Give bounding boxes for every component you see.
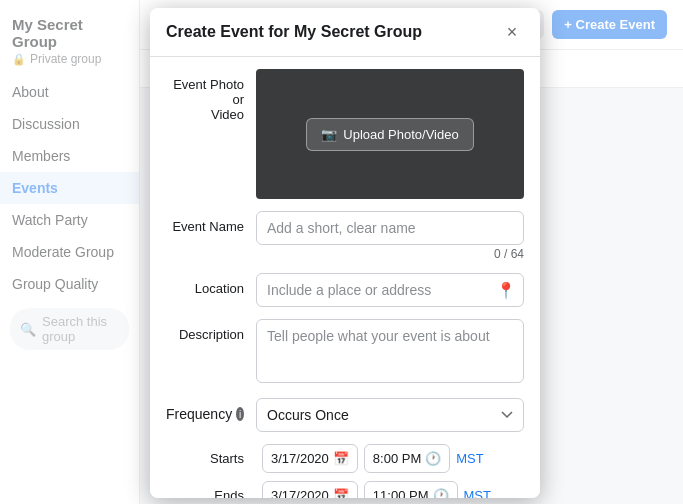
- description-row: Description: [166, 319, 524, 386]
- close-button[interactable]: ×: [500, 20, 524, 44]
- clock-icon: 🕐: [425, 451, 441, 466]
- upload-photo-button[interactable]: 📷 Upload Photo/Video: [306, 118, 473, 151]
- modal-header: Create Event for My Secret Group ×: [150, 8, 540, 57]
- photo-label: Event Photo or Video: [166, 69, 256, 122]
- calendar-icon: 📅: [333, 451, 349, 466]
- ends-time-input[interactable]: 11:00 PM 🕐: [364, 481, 458, 498]
- description-control: [256, 319, 524, 386]
- create-event-modal: Create Event for My Secret Group × Event…: [150, 8, 540, 498]
- event-name-label: Event Name: [166, 211, 256, 234]
- frequency-control: Occurs Once Daily Weekly Monthly: [256, 398, 524, 432]
- frequency-label-wrap: Frequency i: [166, 398, 256, 422]
- location-control: 📍: [256, 273, 524, 307]
- camera-icon: 📷: [321, 127, 337, 142]
- starts-timezone-link[interactable]: MST: [456, 451, 483, 466]
- frequency-label: Frequency: [166, 406, 232, 422]
- starts-date-input[interactable]: 3/17/2020 📅: [262, 444, 358, 473]
- starts-row: Starts 3/17/2020 📅 8:00 PM 🕐 MST: [166, 444, 524, 473]
- ends-timezone-link[interactable]: MST: [464, 488, 491, 498]
- location-label: Location: [166, 273, 256, 296]
- description-label: Description: [166, 319, 256, 342]
- event-name-control: 0 / 64: [256, 211, 524, 261]
- event-name-input[interactable]: [256, 211, 524, 245]
- photo-upload-area[interactable]: 📷 Upload Photo/Video: [256, 69, 524, 199]
- photo-control: 📷 Upload Photo/Video: [256, 69, 524, 199]
- description-input[interactable]: [256, 319, 524, 383]
- event-name-row: Event Name 0 / 64: [166, 211, 524, 261]
- calendar-icon-ends: 📅: [333, 488, 349, 498]
- frequency-row: Frequency i Occurs Once Daily Weekly Mon…: [166, 398, 524, 432]
- info-icon[interactable]: i: [236, 407, 244, 421]
- location-input[interactable]: [256, 273, 524, 307]
- starts-time-input[interactable]: 8:00 PM 🕐: [364, 444, 450, 473]
- modal-title: Create Event for My Secret Group: [166, 23, 422, 41]
- frequency-select[interactable]: Occurs Once Daily Weekly Monthly: [256, 398, 524, 432]
- starts-label: Starts: [166, 451, 256, 466]
- photo-row: Event Photo or Video 📷 Upload Photo/Vide…: [166, 69, 524, 199]
- modal-body: Event Photo or Video 📷 Upload Photo/Vide…: [150, 57, 540, 498]
- location-pin-icon: 📍: [496, 281, 516, 300]
- ends-label: Ends: [166, 488, 256, 498]
- location-row: Location 📍: [166, 273, 524, 307]
- char-count: 0 / 64: [256, 247, 524, 261]
- ends-row: Ends 3/17/2020 📅 11:00 PM 🕐 MST: [166, 481, 524, 498]
- clock-icon-ends: 🕐: [433, 488, 449, 498]
- ends-date-input[interactable]: 3/17/2020 📅: [262, 481, 358, 498]
